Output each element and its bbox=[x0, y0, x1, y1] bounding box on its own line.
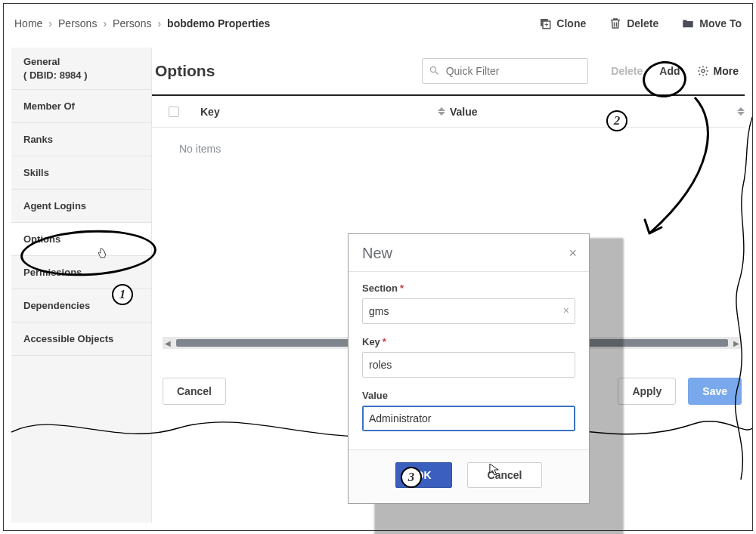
moveto-label: Move To bbox=[699, 17, 742, 29]
sidebar-item-memberof[interactable]: Member Of bbox=[11, 90, 151, 123]
save-button[interactable]: Save bbox=[688, 378, 742, 405]
scroll-right-icon[interactable]: ▶ bbox=[731, 338, 742, 348]
new-dialog: New × Section* × Key* Value bbox=[348, 233, 590, 504]
key-label: Key* bbox=[362, 336, 575, 347]
chevron-right-icon: › bbox=[103, 17, 107, 29]
trash-icon bbox=[609, 17, 622, 30]
options-delete-button: Delete bbox=[611, 65, 643, 77]
dialog-cancel-button[interactable]: Cancel bbox=[467, 462, 543, 488]
cancel-button[interactable]: Cancel bbox=[163, 378, 226, 405]
sidebar-item-options[interactable]: Options bbox=[11, 223, 151, 256]
search-icon bbox=[429, 65, 439, 77]
quick-filter-wrap[interactable] bbox=[422, 58, 588, 84]
breadcrumb-home[interactable]: Home bbox=[14, 17, 42, 29]
sidebar-item-ranks[interactable]: Ranks bbox=[11, 123, 151, 156]
svg-line-4 bbox=[435, 72, 438, 75]
delete-button[interactable]: Delete bbox=[609, 17, 658, 30]
key-input[interactable] bbox=[362, 352, 575, 378]
breadcrumb-current: bobdemo Properties bbox=[167, 17, 270, 29]
sidebar: General ( DBID: 8984 ) Member Of Ranks S… bbox=[11, 48, 152, 523]
breadcrumb-persons-2[interactable]: Persons bbox=[113, 17, 151, 29]
value-label: Value bbox=[362, 390, 575, 401]
value-input[interactable] bbox=[362, 406, 575, 431]
breadcrumb-persons-1[interactable]: Persons bbox=[58, 17, 97, 29]
sidebar-item-accessible[interactable]: Accessible Objects bbox=[11, 323, 151, 356]
column-value-label: Value bbox=[450, 106, 478, 118]
section-input[interactable] bbox=[362, 298, 575, 324]
sidebar-item-dependencies[interactable]: Dependencies bbox=[11, 289, 151, 323]
section-label: Section* bbox=[362, 282, 575, 294]
clone-button[interactable]: + Clone bbox=[538, 17, 586, 30]
column-value[interactable]: Value bbox=[445, 106, 745, 118]
sidebar-item-agentlogins[interactable]: Agent Logins bbox=[11, 190, 151, 223]
ok-button[interactable]: OK bbox=[395, 462, 452, 488]
sidebar-item-permissions[interactable]: Permissions bbox=[11, 256, 151, 289]
sort-icon bbox=[737, 107, 745, 116]
column-key[interactable]: Key bbox=[196, 106, 445, 118]
clear-icon[interactable]: × bbox=[563, 304, 569, 316]
breadcrumb: Home › Persons › Persons › bobdemo Prope… bbox=[14, 17, 270, 29]
svg-point-3 bbox=[431, 66, 436, 72]
delete-label: Delete bbox=[627, 17, 658, 29]
chevron-right-icon: › bbox=[48, 17, 52, 29]
dialog-title: New bbox=[362, 245, 392, 262]
gear-icon bbox=[697, 65, 709, 77]
apply-button[interactable]: Apply bbox=[618, 378, 676, 405]
scroll-left-icon[interactable]: ◀ bbox=[163, 338, 173, 348]
move-to-button[interactable]: Move To bbox=[681, 17, 742, 30]
options-more-button[interactable]: More bbox=[697, 65, 739, 77]
more-label: More bbox=[714, 65, 739, 77]
close-icon[interactable]: × bbox=[569, 245, 577, 261]
clone-label: Clone bbox=[556, 17, 586, 29]
quick-filter-input[interactable] bbox=[445, 64, 582, 78]
options-add-button[interactable]: Add bbox=[659, 65, 680, 77]
chevron-right-icon: › bbox=[157, 17, 161, 29]
svg-text:+: + bbox=[545, 21, 549, 29]
column-key-label: Key bbox=[200, 106, 220, 118]
no-items-label: No items bbox=[152, 128, 745, 155]
sort-icon bbox=[438, 107, 445, 116]
table-header: Key Value bbox=[152, 94, 745, 128]
clone-icon: + bbox=[538, 17, 552, 30]
sidebar-item-general[interactable]: General ( DBID: 8984 ) bbox=[11, 48, 151, 90]
options-title: Options bbox=[152, 62, 215, 80]
select-all-checkbox[interactable] bbox=[169, 106, 179, 117]
sidebar-item-skills[interactable]: Skills bbox=[11, 156, 151, 190]
svg-point-5 bbox=[702, 69, 705, 73]
folder-icon bbox=[681, 17, 695, 30]
